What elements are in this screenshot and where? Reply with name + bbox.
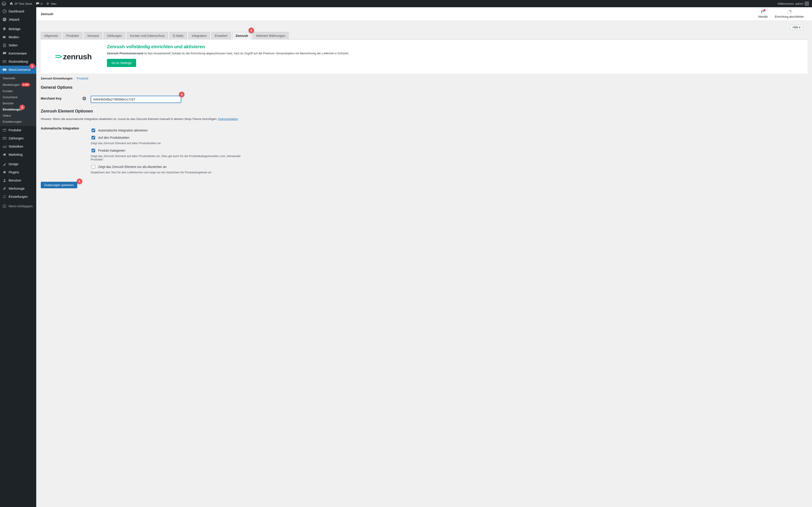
page-header: Zenrush Aktivität Einrichtung abschließe…	[36, 7, 812, 21]
menu-posts[interactable]: Beiträge	[0, 25, 36, 33]
enable-auto-checkbox[interactable]	[92, 128, 95, 132]
banner-heading: Zenrush vollständig einrichten und aktiv…	[107, 44, 349, 49]
svg-rect-10	[3, 198, 5, 198]
menu-jetpack[interactable]: Jetpack	[0, 15, 36, 23]
product-pages-desc: Zeigt das Zenrush Element auf allen Prod…	[91, 142, 249, 145]
welcome-text: Willkommen, admin	[778, 2, 803, 5]
finish-setup-button[interactable]: Einrichtung abschließen	[771, 10, 807, 18]
stats-icon	[2, 144, 7, 149]
tab-advanced[interactable]: Erweitert	[211, 32, 231, 40]
menu-plugins[interactable]: Plugins	[0, 168, 36, 176]
menu-label: Beiträge	[9, 27, 20, 31]
flag-icon	[761, 10, 765, 14]
documentation-link[interactable]: Dokumentation	[218, 117, 238, 121]
menu-label: Statistiken	[9, 145, 23, 148]
menu-label: Jetpack	[9, 18, 19, 21]
submenu-label: Kunden	[3, 90, 13, 93]
admin-toolbar: ZF Test Store 0 Neu Willkommen, admin	[0, 0, 812, 7]
feedback-icon	[2, 59, 7, 64]
tab-label: Versand	[87, 34, 99, 38]
help-toggle[interactable]: Hilfe ▾	[790, 25, 803, 30]
product-categories-checkbox[interactable]	[92, 149, 95, 152]
menu-label: Design	[9, 162, 18, 166]
subnav-protocol-link[interactable]: Protokoll	[77, 77, 88, 80]
comments-count: 0	[41, 2, 42, 5]
menu-media[interactable]: Medien	[0, 33, 36, 41]
submenu-label: Erweiterungen	[3, 120, 22, 123]
products-icon	[2, 128, 7, 132]
tab-products[interactable]: Produkte	[63, 32, 82, 40]
submenu-coupons[interactable]: Gutscheine	[0, 94, 36, 100]
auto-integration-label: Automatische Integration	[41, 126, 86, 130]
tab-general[interactable]: Allgemein	[41, 32, 61, 40]
menu-analytics[interactable]: Statistiken	[0, 143, 36, 151]
tab-integration[interactable]: Integration	[188, 32, 210, 40]
go-to-settings-button[interactable]: Go to Settings	[107, 59, 136, 67]
tab-label: Mehrere Währungen	[256, 34, 285, 38]
svg-rect-9	[4, 196, 6, 196]
activity-button[interactable]: Aktivität	[754, 10, 771, 18]
comment-icon	[2, 51, 7, 56]
banner-lead-bold: Zenrush Premiumversand	[107, 52, 143, 55]
users-icon	[2, 178, 7, 183]
activity-label: Aktivität	[758, 15, 768, 18]
menu-appearance[interactable]: Design	[0, 160, 36, 168]
svg-rect-8	[3, 196, 4, 196]
comments-link[interactable]: 0	[34, 0, 44, 7]
menu-collapse[interactable]: Menü einklappen	[0, 202, 36, 210]
annotation-2: 2	[19, 105, 25, 110]
link-label: Protokoll	[77, 77, 88, 80]
menu-comments[interactable]: Kommentare	[0, 49, 36, 57]
merchant-key-input[interactable]	[91, 96, 181, 103]
save-changes-button[interactable]: Änderungen speichern	[41, 182, 77, 188]
submenu-orders[interactable]: Bestellungen 3.556	[0, 81, 36, 88]
badge-only-checkbox[interactable]	[92, 165, 95, 169]
tab-shipping[interactable]: Versand	[84, 32, 102, 40]
menu-tools[interactable]: Werkzeuge	[0, 184, 36, 192]
menu-marketing[interactable]: Marketing	[0, 151, 36, 159]
annotation-1: 1	[30, 63, 35, 69]
submenu-extensions[interactable]: Erweiterungen	[0, 119, 36, 125]
svg-text:woo: woo	[3, 69, 6, 71]
tab-payments[interactable]: Zahlungen	[104, 32, 125, 40]
submenu-customers[interactable]: Kunden	[0, 88, 36, 94]
menu-users[interactable]: Benutzer	[0, 176, 36, 184]
help-tooltip-icon[interactable]: ?	[83, 97, 86, 100]
menu-label: Rückmeldung	[9, 60, 28, 63]
settings-icon	[2, 194, 7, 199]
tab-multicurrency[interactable]: Mehrere Währungen	[253, 32, 289, 40]
label-text: Merchant Key	[41, 97, 62, 100]
tab-zenrush[interactable]: Zenrush 3	[232, 32, 251, 40]
menu-pages[interactable]: Seiten	[0, 41, 36, 49]
orders-count-badge: 3.556	[21, 82, 30, 87]
submenu-reports[interactable]: Berichte	[0, 100, 36, 106]
menu-woocommerce[interactable]: woo WooCommerce 1	[0, 66, 36, 74]
notification-dot-icon	[764, 9, 766, 11]
submenu-home[interactable]: Startseite	[0, 75, 36, 81]
tab-emails[interactable]: E-Mails	[169, 32, 187, 40]
banner-lead-rest: ist fast einsatzbereit! Sobald du die Ei…	[143, 52, 349, 55]
tools-icon	[2, 186, 7, 191]
design-icon	[2, 162, 7, 166]
menu-label: Plugins	[9, 170, 19, 174]
banner-text: Zenrush Premiumversand ist fast einsatzb…	[107, 51, 349, 56]
menu-dashboard[interactable]: Dashboard	[0, 7, 36, 15]
menu-label: Zahlungen	[9, 136, 23, 140]
media-icon	[2, 35, 7, 39]
product-pages-checkbox[interactable]	[92, 136, 95, 139]
user-account-link[interactable]: Willkommen, admin	[776, 0, 811, 7]
new-content-link[interactable]: Neu	[44, 0, 58, 7]
site-home-link[interactable]: ZF Test Store	[8, 0, 34, 7]
submenu-status[interactable]: Status	[0, 112, 36, 119]
tab-accounts[interactable]: Konten und Datenschutz	[126, 32, 168, 40]
finish-setup-label: Einrichtung abschließen	[775, 15, 804, 18]
tab-label: Allgemein	[44, 34, 58, 38]
menu-settings[interactable]: Einstellungen	[0, 192, 36, 201]
menu-payments[interactable]: Zahlungen	[0, 134, 36, 143]
annotation-3: 3	[249, 27, 254, 33]
woo-icon: woo	[2, 67, 7, 72]
tab-label: Zahlungen	[107, 34, 122, 38]
wp-logo[interactable]	[0, 0, 8, 7]
tab-label: Integration	[192, 34, 207, 38]
menu-products[interactable]: Produkte	[0, 126, 36, 134]
